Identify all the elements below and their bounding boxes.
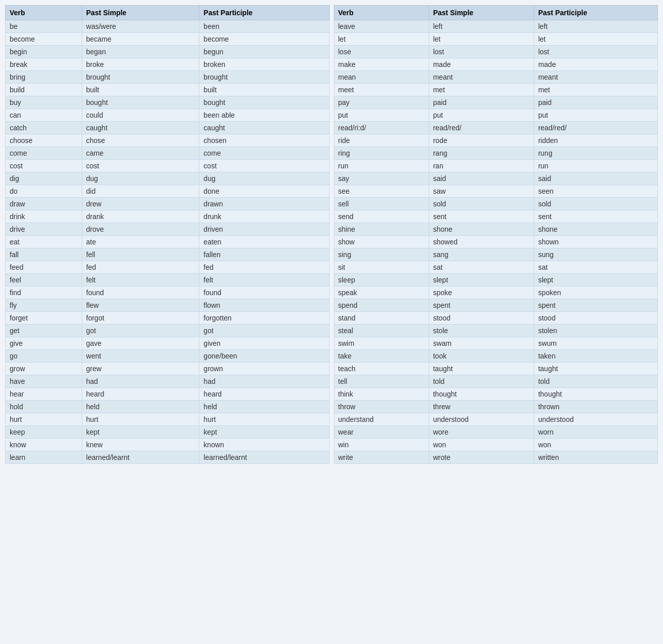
table-row: costcostcost (6, 160, 330, 172)
table-cell: shine (334, 223, 429, 236)
table-cell: spoke (429, 287, 534, 299)
table-row: choosechosechosen (6, 134, 330, 147)
table-row: makemademade (334, 58, 658, 71)
table-row: bewas/werebeen (6, 20, 330, 33)
table-cell: sit (334, 261, 429, 274)
table-row: gowentgone/been (6, 350, 330, 363)
table-cell: rung (534, 147, 657, 160)
table-cell: let (534, 33, 657, 46)
table-cell: tell (334, 375, 429, 388)
table-cell: stood (534, 312, 657, 325)
table-row: forgetforgotforgotten (6, 312, 330, 325)
table-cell: hurt (6, 413, 82, 426)
table-row: fallfellfallen (6, 248, 330, 261)
table-cell: catch (6, 122, 82, 134)
table-cell: broken (199, 58, 329, 71)
table-cell: do (6, 185, 82, 198)
table-row: findfoundfound (6, 287, 330, 299)
right-table-body: leaveleftleftletletletloselostlostmakema… (334, 20, 658, 464)
table-cell: build (6, 84, 82, 96)
table-cell: feed (6, 261, 82, 274)
table-cell: meet (334, 84, 429, 96)
table-cell: let (334, 33, 429, 46)
table-cell: drink (6, 210, 82, 223)
table-cell: threw (429, 401, 534, 413)
table-cell: teach (334, 363, 429, 375)
table-cell: have (6, 375, 82, 388)
table-row: drivedrovedriven (6, 223, 330, 236)
table-cell: broke (82, 58, 199, 71)
table-cell: rang (429, 147, 534, 160)
table-cell: had (199, 375, 329, 388)
table-cell: win (334, 439, 429, 451)
table-row: swimswamswum (334, 337, 658, 350)
table-row: sleepsleptslept (334, 274, 658, 287)
table-row: breakbrokebroken (6, 58, 330, 71)
table-cell: began (82, 46, 199, 58)
table-cell: stole (429, 325, 534, 337)
table-row: spendspentspent (334, 299, 658, 312)
table-cell: learn (6, 451, 82, 464)
table-cell: meant (429, 71, 534, 84)
right-past-simple-header: Past Simple (429, 6, 534, 20)
table-cell: read/red/ (429, 122, 534, 134)
table-cell: hold (6, 401, 82, 413)
table-cell: throw (334, 401, 429, 413)
table-row: cancouldbeen able (6, 109, 330, 122)
table-cell: slept (534, 274, 657, 287)
table-cell: speak (334, 287, 429, 299)
table-cell: drew (82, 198, 199, 210)
table-cell: made (534, 58, 657, 71)
table-row: letletlet (334, 33, 658, 46)
table-cell: ride (334, 134, 429, 147)
table-cell: knew (82, 439, 199, 451)
table-row: givegavegiven (6, 337, 330, 350)
table-cell: known (199, 439, 329, 451)
table-cell: told (429, 375, 534, 388)
table-cell: ridden (534, 134, 657, 147)
table-cell: went (82, 350, 199, 363)
right-verb-table: Verb Past Simple Past Participle leavele… (334, 5, 658, 464)
table-cell: grown (199, 363, 329, 375)
table-row: winwonwon (334, 439, 658, 451)
table-row: catchcaughtcaught (6, 122, 330, 134)
table-cell: had (82, 375, 199, 388)
table-row: speakspokespoken (334, 287, 658, 299)
table-cell: could (82, 109, 199, 122)
table-cell: break (6, 58, 82, 71)
table-cell: dig (6, 172, 82, 185)
table-cell: lose (334, 46, 429, 58)
table-cell: become (6, 33, 82, 46)
table-cell: left (429, 20, 534, 33)
table-cell: found (82, 287, 199, 299)
table-cell: swim (334, 337, 429, 350)
table-row: singsangsung (334, 248, 658, 261)
table-cell: write (334, 451, 429, 464)
table-cell: driven (199, 223, 329, 236)
table-row: saysaidsaid (334, 172, 658, 185)
table-cell: met (534, 84, 657, 96)
table-cell: drive (6, 223, 82, 236)
table-cell: pay (334, 96, 429, 109)
table-cell: drunk (199, 210, 329, 223)
table-cell: done (199, 185, 329, 198)
table-cell: sent (429, 210, 534, 223)
table-cell: spent (534, 299, 657, 312)
table-row: growgrewgrown (6, 363, 330, 375)
table-cell: heard (199, 388, 329, 401)
table-cell: grew (82, 363, 199, 375)
table-row: read/ri:d/read/red/read/red/ (334, 122, 658, 134)
table-cell: eaten (199, 236, 329, 248)
table-cell: worn (534, 426, 657, 439)
table-cell: cost (199, 160, 329, 172)
table-cell: learned/learnt (82, 451, 199, 464)
table-cell: made (429, 58, 534, 71)
table-cell: sat (429, 261, 534, 274)
table-cell: did (82, 185, 199, 198)
table-cell: built (199, 84, 329, 96)
table-cell: flown (199, 299, 329, 312)
table-cell: become (199, 33, 329, 46)
table-cell: dug (82, 172, 199, 185)
table-cell: held (82, 401, 199, 413)
table-cell: let (429, 33, 534, 46)
